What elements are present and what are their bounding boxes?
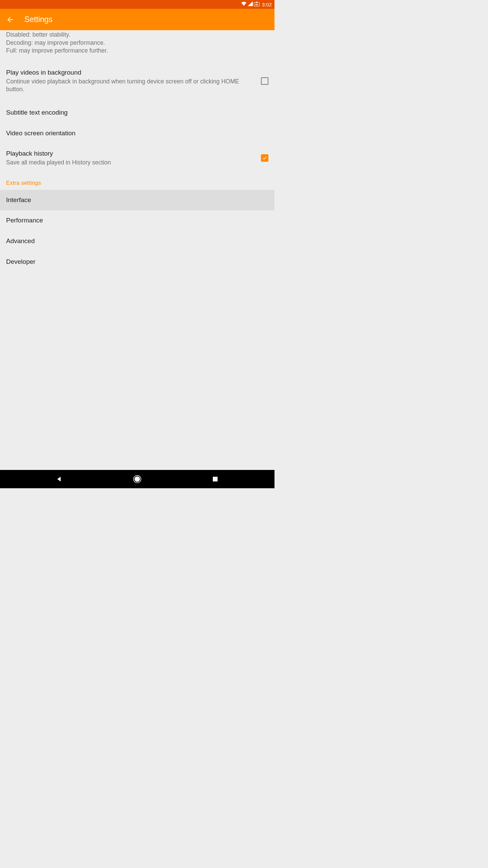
status-bar: 85 3:02 <box>0 0 274 9</box>
setting-subtitle: Continue video playback in background wh… <box>6 78 256 94</box>
nav-home-button[interactable] <box>130 472 144 486</box>
status-time: 3:02 <box>262 2 272 7</box>
setting-text: Developer <box>6 258 268 266</box>
page-title: Settings <box>24 15 53 24</box>
setting-title: Video screen orientation <box>6 129 263 138</box>
setting-video-orientation[interactable]: Video screen orientation <box>0 123 274 144</box>
setting-title: Play videos in background <box>6 68 256 77</box>
back-button[interactable] <box>3 13 17 26</box>
wifi-icon <box>241 1 247 7</box>
desc-line-3: Full: may improve performance further. <box>6 47 268 55</box>
settings-content: Disabled: better stability. Decoding: ma… <box>0 30 274 470</box>
setting-text: Video screen orientation <box>6 129 268 138</box>
check-icon <box>262 155 267 161</box>
circle-home-icon <box>133 475 142 484</box>
setting-subtitle-encoding[interactable]: Subtitle text encoding <box>0 102 274 123</box>
app-bar: Settings <box>0 9 274 30</box>
setting-title: Subtitle text encoding <box>6 108 263 117</box>
setting-title: Playback history <box>6 150 256 158</box>
svg-point-1 <box>135 476 140 482</box>
battery-level: 85 <box>255 3 258 6</box>
triangle-back-icon <box>56 476 63 482</box>
section-header-extra: Extra settings <box>0 173 274 190</box>
nav-back-button[interactable] <box>53 472 66 486</box>
setting-developer[interactable]: Developer <box>0 252 274 272</box>
setting-text: Interface <box>6 196 268 204</box>
setting-title: Developer <box>6 258 263 266</box>
setting-text: Subtitle text encoding <box>6 108 268 117</box>
desc-line-1: Disabled: better stability. <box>6 31 268 39</box>
setting-text: Playback history Save all media played i… <box>6 150 261 166</box>
square-recent-icon <box>212 476 218 482</box>
desc-line-2: Decoding: may improve performance. <box>6 39 268 47</box>
setting-title: Interface <box>6 196 263 204</box>
checkbox-checked-icon[interactable] <box>261 154 268 162</box>
setting-interface[interactable]: Interface <box>0 190 274 211</box>
nav-recent-button[interactable] <box>208 472 222 486</box>
navigation-bar <box>0 470 274 488</box>
setting-playback-history[interactable]: Playback history Save all media played i… <box>0 143 274 173</box>
setting-subtitle: Save all media played in History section <box>6 159 256 167</box>
checkbox-unchecked-icon[interactable] <box>261 77 268 85</box>
setting-title: Advanced <box>6 237 263 245</box>
svg-rect-2 <box>213 477 218 481</box>
hardware-accel-description: Disabled: better stability. Decoding: ma… <box>0 30 274 60</box>
setting-text: Play videos in background Continue video… <box>6 68 261 94</box>
arrow-left-icon <box>6 16 14 24</box>
battery-icon: 85 <box>254 2 260 6</box>
setting-performance[interactable]: Performance <box>0 210 274 231</box>
setting-advanced[interactable]: Advanced <box>0 231 274 252</box>
cellular-icon <box>248 1 253 7</box>
setting-play-videos-background[interactable]: Play videos in background Continue video… <box>0 60 274 102</box>
status-icons: 85 3:02 <box>241 1 272 7</box>
setting-title: Performance <box>6 216 263 225</box>
setting-text: Performance <box>6 216 268 225</box>
setting-text: Advanced <box>6 237 268 245</box>
